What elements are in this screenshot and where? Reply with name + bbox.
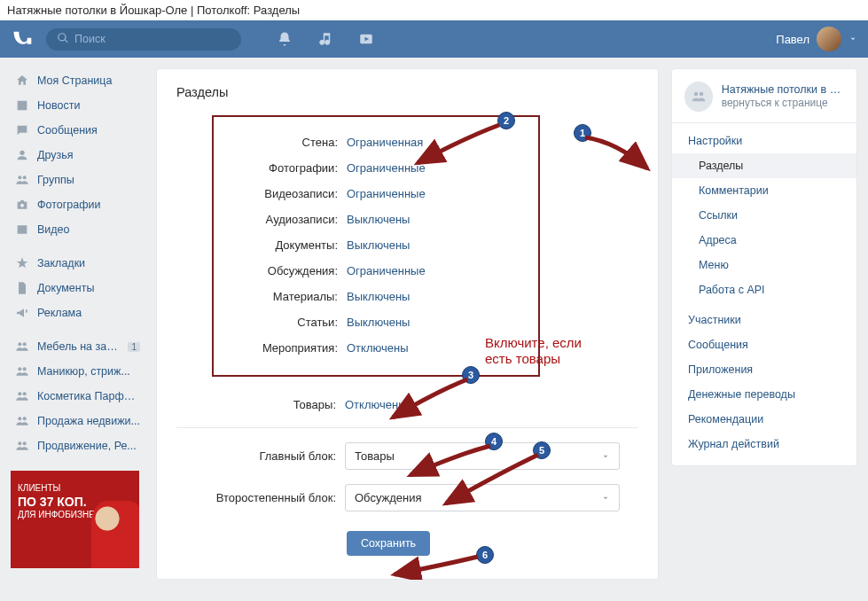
search-placeholder: Поиск — [74, 33, 106, 45]
camera-icon — [14, 197, 30, 213]
annotation-badge-3: 3 — [462, 366, 480, 384]
rnav-links[interactable]: Ссылки — [672, 203, 856, 228]
svg-point-1 — [20, 151, 24, 155]
rnav-addresses[interactable]: Адреса — [672, 228, 856, 253]
news-icon — [14, 98, 30, 113]
chevron-down-icon — [601, 494, 610, 503]
annotation-badge-5: 5 — [533, 441, 551, 459]
nav-friends[interactable]: Друзья — [11, 143, 144, 168]
rnav-sections[interactable]: Разделы — [672, 153, 856, 178]
annotation-badge-6: 6 — [476, 546, 494, 564]
svg-point-13 — [18, 441, 21, 445]
select-secondary-block[interactable]: Обсуждения — [345, 484, 620, 511]
nav-ext-2[interactable]: Маникюр, стриж... — [11, 359, 144, 384]
annotation-arrow-1 — [581, 133, 652, 177]
svg-point-7 — [18, 367, 21, 371]
nav-ext-4[interactable]: Продажа недвижи... — [11, 409, 144, 433]
rnav-messages[interactable]: Сообщения — [672, 332, 856, 357]
nav-my-page[interactable]: Моя Страница — [11, 68, 144, 93]
bell-icon[interactable] — [277, 31, 293, 47]
svg-point-2 — [18, 176, 21, 179]
value-goods[interactable]: Отключены — [345, 398, 406, 411]
annotation-badge-2: 2 — [497, 112, 515, 129]
nav-groups[interactable]: Группы — [11, 168, 144, 192]
browser-tab-title: Натяжные потолки в Йошкар-Оле | Потолкоf… — [0, 0, 868, 20]
annotation-arrow-6 — [387, 552, 485, 580]
annotation-badge-4: 4 — [485, 433, 503, 450]
label-audio: Аудиозаписи: — [233, 213, 338, 226]
nav-ext-3[interactable]: Косметика Парфю... — [11, 384, 144, 409]
rnav-apps[interactable]: Приложения — [672, 357, 856, 382]
label-events: Мероприятия: — [233, 341, 338, 355]
megaphone-icon — [14, 305, 30, 321]
chevron-down-icon — [848, 35, 857, 43]
rnav-api[interactable]: Работа с API — [672, 277, 856, 302]
nav-ext-5[interactable]: Продвижение, Ре... — [11, 433, 144, 458]
svg-point-5 — [18, 342, 21, 346]
value-events[interactable]: Отключены — [347, 341, 408, 355]
rnav-comments[interactable]: Комментарии — [672, 178, 856, 203]
label-articles: Статьи: — [233, 316, 338, 329]
rnav-settings[interactable]: Настройки — [672, 129, 856, 153]
group-name[interactable]: Натяжные потолки в Йо... — [722, 83, 844, 98]
label-materials: Материалы: — [233, 290, 338, 303]
nav-ads[interactable]: Реклама — [11, 300, 144, 325]
label-discussions: Обсуждения: — [233, 264, 338, 277]
svg-point-6 — [23, 342, 27, 346]
home-icon — [14, 73, 30, 89]
annotation-hint-text: Включите, если есть товары — [485, 335, 609, 367]
doc-icon — [14, 280, 30, 296]
user-menu[interactable]: Павел — [776, 27, 857, 51]
svg-point-10 — [23, 392, 27, 395]
group-avatar — [684, 82, 713, 112]
svg-point-11 — [18, 417, 21, 420]
value-photos[interactable]: Ограниченные — [347, 161, 426, 175]
value-discussions[interactable]: Ограниченные — [347, 264, 426, 277]
label-goods: Товары: — [212, 398, 336, 411]
rnav-money[interactable]: Денежные переводы — [672, 382, 856, 407]
label-docs: Документы: — [233, 238, 338, 252]
nav-news[interactable]: Новости — [11, 93, 144, 118]
value-materials[interactable]: Выключены — [347, 290, 410, 303]
nav-messages[interactable]: Сообщения — [11, 118, 144, 143]
star-icon — [14, 255, 30, 271]
svg-point-16 — [700, 92, 704, 97]
value-docs[interactable]: Выключены — [347, 238, 410, 252]
rnav-log[interactable]: Журнал действий — [672, 432, 856, 457]
value-videos[interactable]: Ограниченные — [347, 187, 426, 200]
svg-point-8 — [23, 367, 27, 371]
svg-point-14 — [23, 441, 27, 445]
annotation-badge-1: 1 — [574, 124, 591, 142]
rnav-members[interactable]: Участники — [672, 308, 856, 332]
ad-banner[interactable]: КЛИЕНТЫ ПО 37 КОП. ДЛЯ ИНФОБИЗНЕСА — [11, 471, 139, 568]
groups-icon — [14, 413, 30, 429]
svg-point-12 — [23, 417, 27, 420]
svg-point-4 — [20, 204, 24, 207]
friends-icon — [14, 147, 30, 163]
vk-logo[interactable] — [11, 27, 35, 51]
rnav-reco[interactable]: Рекомендации — [672, 407, 856, 432]
video-play-icon[interactable] — [358, 31, 374, 47]
select-main-block[interactable]: Товары — [345, 442, 620, 470]
back-to-page-link[interactable]: вернуться к странице — [722, 97, 844, 110]
value-wall[interactable]: Ограниченная — [347, 136, 423, 149]
page-title: Разделы — [176, 85, 638, 99]
music-icon[interactable] — [317, 31, 333, 47]
nav-ext-1[interactable]: Мебель на зака...1 — [11, 334, 144, 359]
nav-bookmarks[interactable]: Закладки — [11, 251, 144, 276]
settings-sections-panel: Разделы Стена:Ограниченная Фотографии:Ог… — [156, 68, 659, 580]
left-nav: Моя Страница Новости Сообщения Друзья Гр… — [11, 68, 144, 568]
rnav-menu[interactable]: Меню — [672, 253, 856, 277]
value-articles[interactable]: Выключены — [347, 316, 410, 329]
search-input[interactable]: Поиск — [46, 28, 241, 51]
top-bar: Поиск Павел — [0, 20, 868, 58]
value-audio[interactable]: Выключены — [347, 213, 410, 226]
nav-photos[interactable]: Фотографии — [11, 192, 144, 217]
label-secondary-block: Второстепенный блок: — [212, 491, 336, 504]
nav-documents[interactable]: Документы — [11, 276, 144, 300]
search-icon — [57, 32, 74, 47]
svg-point-3 — [23, 176, 27, 179]
label-photos: Фотографии: — [233, 161, 338, 175]
save-button[interactable]: Сохранить — [347, 531, 430, 556]
nav-videos[interactable]: Видео — [11, 217, 144, 242]
